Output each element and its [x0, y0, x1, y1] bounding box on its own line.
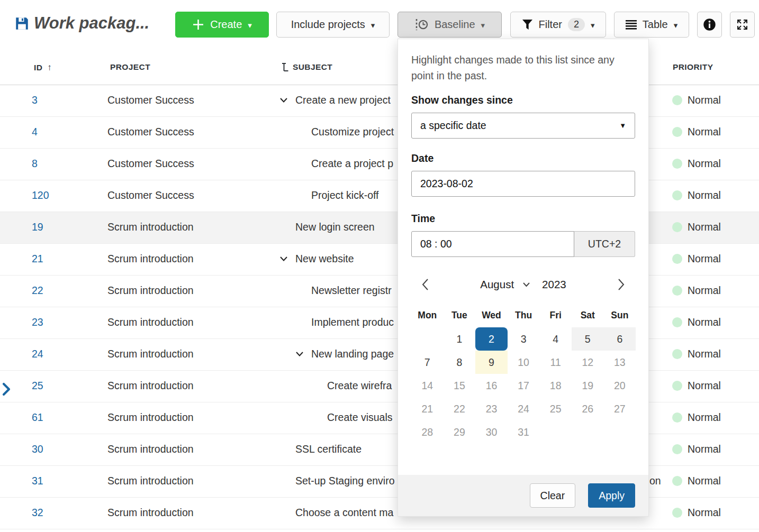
calendar-day: 13: [604, 351, 636, 374]
priority-dot: [672, 222, 682, 232]
weekday-label: Fri: [539, 307, 572, 323]
work-package-id-link[interactable]: 32: [32, 507, 43, 519]
work-packages-page: Work packag... Create ▾ Include projects…: [0, 0, 759, 532]
weekday-label: Sat: [572, 307, 604, 323]
filter-label: Filter: [539, 19, 562, 31]
subject-text[interactable]: Create visuals: [327, 411, 393, 424]
work-package-id-link[interactable]: 61: [32, 411, 43, 424]
priority-label: Normal: [688, 380, 721, 392]
priority-dot: [672, 444, 682, 454]
calendar-day[interactable]: 5: [572, 327, 604, 351]
subject-text[interactable]: Implement produc: [311, 316, 394, 328]
column-header-priority[interactable]: PRIORITY: [673, 62, 713, 72]
save-icon[interactable]: [15, 16, 29, 31]
calendar-day: 14: [411, 374, 444, 397]
priority-label: Normal: [688, 126, 721, 138]
column-header-id[interactable]: ID↑: [34, 62, 52, 73]
create-label: Create: [210, 19, 242, 31]
subject-text[interactable]: Create a project p: [311, 158, 393, 170]
calendar-day[interactable]: 8: [444, 351, 476, 374]
filter-button[interactable]: Filter 2 ▾: [510, 12, 606, 38]
work-package-id-link[interactable]: 4: [32, 126, 38, 138]
chevron-down-icon: ▾: [481, 21, 485, 29]
work-package-id-link[interactable]: 19: [32, 221, 43, 233]
calendar-day[interactable]: 9: [475, 351, 508, 374]
subject-cell: Choose a content ma: [279, 507, 393, 519]
calendar-day: 25: [539, 397, 572, 420]
time-input[interactable]: [411, 231, 574, 257]
calendar-empty-cell: [539, 420, 572, 444]
collapse-children-icon[interactable]: [295, 351, 311, 357]
select-caret-icon: ▼: [619, 122, 626, 130]
include-projects-button[interactable]: Include projects ▾: [276, 12, 390, 38]
sidebar-expand-toggle[interactable]: [2, 382, 11, 398]
time-label: Time: [411, 213, 635, 225]
priority-label: Normal: [688, 221, 721, 233]
subject-text[interactable]: New website: [295, 253, 354, 265]
priority-label: Normal: [688, 94, 721, 106]
work-package-id-link[interactable]: 23: [32, 316, 43, 328]
project-cell: Customer Success: [107, 126, 194, 138]
work-package-id-link[interactable]: 31: [32, 475, 43, 487]
create-button[interactable]: Create ▾: [175, 12, 269, 38]
subject-cell: Set-up Staging enviro: [279, 475, 395, 487]
previous-month-button[interactable]: [419, 276, 432, 293]
calendar-day[interactable]: 2: [475, 327, 508, 351]
collapse-children-icon[interactable]: [279, 256, 295, 262]
column-header-project[interactable]: PROJECT: [110, 62, 150, 72]
work-package-id-link[interactable]: 8: [32, 158, 38, 170]
work-package-id-link[interactable]: 120: [32, 189, 49, 201]
work-package-id-link[interactable]: 21: [32, 253, 43, 265]
subject-text[interactable]: Create a new project: [295, 94, 391, 106]
calendar-day[interactable]: 7: [411, 351, 444, 374]
subject-text[interactable]: New landing page: [311, 348, 394, 360]
clear-button[interactable]: Clear: [530, 483, 576, 508]
chevron-left-icon: [421, 278, 430, 291]
collapse-children-icon[interactable]: [279, 97, 295, 103]
baseline-button[interactable]: Baseline ▾: [397, 12, 502, 38]
priority-cell: Normal: [672, 475, 721, 487]
subject-cell: Customize project: [295, 126, 394, 138]
subject-cell: New landing page: [295, 348, 394, 360]
calendar-day: 16: [475, 374, 508, 397]
month-select[interactable]: August: [480, 278, 530, 291]
subject-cell: SSL certificate: [279, 443, 362, 455]
work-package-id-link[interactable]: 3: [32, 94, 38, 106]
calendar-day[interactable]: 1: [444, 327, 476, 351]
priority-dot: [672, 476, 682, 486]
calendar-day: 19: [572, 374, 604, 397]
info-button[interactable]: [697, 12, 722, 38]
calendar-day[interactable]: 4: [539, 327, 572, 351]
next-month-button[interactable]: [615, 276, 628, 293]
work-package-id-link[interactable]: 22: [32, 285, 43, 297]
calendar-day: 15: [444, 374, 476, 397]
project-cell: Scrum introduction: [107, 253, 194, 265]
subject-text[interactable]: Choose a content ma: [295, 507, 393, 519]
calendar-day[interactable]: 6: [604, 327, 636, 351]
column-header-subject[interactable]: SUBJECT: [281, 62, 332, 72]
view-mode-button[interactable]: Table ▾: [614, 12, 689, 38]
date-input[interactable]: [411, 171, 635, 197]
project-cell: Scrum introduction: [107, 348, 194, 360]
subject-text[interactable]: Set-up Staging enviro: [295, 475, 395, 487]
show-changes-since-select[interactable]: a specific date ▼: [411, 113, 635, 139]
subject-text[interactable]: New login screen: [295, 221, 375, 233]
subject-cell: Create wirefra: [311, 380, 392, 392]
year-label[interactable]: 2023: [542, 278, 566, 291]
subject-text[interactable]: Create wirefra: [327, 380, 392, 392]
apply-button[interactable]: Apply: [588, 483, 635, 508]
priority-cell: Normal: [672, 158, 721, 170]
work-package-id-link[interactable]: 25: [32, 380, 43, 392]
subject-text[interactable]: Newsletter registr: [311, 285, 392, 297]
subject-text[interactable]: Customize project: [311, 126, 394, 138]
subject-text[interactable]: SSL certificate: [295, 443, 362, 455]
priority-cell: Normal: [672, 285, 721, 297]
subject-header-label: SUBJECT: [293, 62, 332, 72]
fullscreen-button[interactable]: [730, 12, 755, 38]
weekday-label: Thu: [508, 307, 540, 323]
work-package-id-link[interactable]: 30: [32, 443, 43, 455]
work-package-id-link[interactable]: 24: [32, 348, 43, 360]
calendar-day[interactable]: 3: [508, 327, 540, 351]
calendar-day: 10: [508, 351, 540, 374]
subject-text[interactable]: Project kick-off: [311, 189, 379, 201]
